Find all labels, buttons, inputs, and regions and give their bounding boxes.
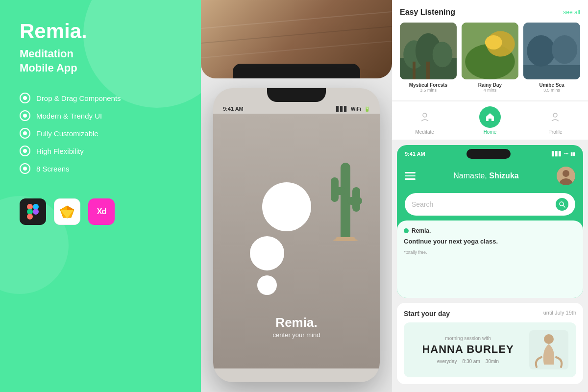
- list-item: 8 Screens: [20, 163, 181, 174]
- music-grid: Mystical Forests 3.5 mins Rainy Day 4 mi…: [400, 23, 580, 93]
- session-instructor: HANNA BURLEY: [412, 343, 524, 356]
- brand-subtitle: Meditation Mobile App: [20, 47, 181, 75]
- list-item: Drop & Drag Components: [20, 93, 181, 103]
- list-item: High Flexibility: [20, 146, 181, 156]
- session-with: morning session with: [412, 336, 524, 341]
- continue-text: Continue your next yoga class.: [404, 237, 567, 246]
- phone-brand-text: Remia. center your mind: [273, 315, 320, 339]
- svg-point-26: [485, 35, 502, 49]
- track-duration: 3.5 mins: [400, 88, 457, 93]
- circle-decoration-large: [262, 182, 311, 231]
- easy-listening-title: Easy Listening: [400, 8, 455, 17]
- sketch-icon: [54, 198, 80, 225]
- app-notch: [466, 149, 511, 159]
- bullet-icon: [20, 163, 30, 174]
- free-label: *totally free.: [404, 250, 567, 255]
- meditate-icon: [414, 106, 436, 128]
- feature-list: Drop & Drag Components Modern & Trendy U…: [20, 93, 181, 174]
- profile-svg: [550, 112, 561, 122]
- nav-item-home[interactable]: Home: [479, 106, 501, 135]
- app-screen-card: 9:41 AM ▋▋▋ 〜 ▮▮ Namaste, Shizuka: [397, 145, 583, 298]
- list-item: Modern & Trendy UI: [20, 110, 181, 121]
- greeting-text: Namaste, Shizuka: [453, 172, 518, 180]
- xd-icon: Xd: [88, 198, 115, 225]
- search-icon[interactable]: [556, 198, 568, 211]
- sea-image: [523, 23, 580, 79]
- search-placeholder: Search: [412, 200, 552, 208]
- svg-point-32: [553, 113, 557, 117]
- track-name: Mystical Forests: [400, 82, 457, 88]
- music-item[interactable]: Rainy Day 4 mins: [462, 23, 518, 93]
- phone-mockup: 9:41 AM ▋▋▋ WiFi 🔋: [213, 88, 380, 382]
- nav-label-meditate: Meditate: [415, 129, 434, 135]
- start-day-header: Start your day until July 19th: [404, 310, 576, 318]
- see-all-link[interactable]: see all: [563, 9, 580, 16]
- svg-rect-30: [523, 65, 580, 79]
- until-date: until July 19th: [543, 310, 576, 318]
- yoga-cards: Hatha Yoga Tuesday, 18th Remia. Aerial Y…: [572, 227, 576, 291]
- status-bar: 9:41 AM ▋▋▋ 〜 ▮▮: [405, 149, 575, 159]
- svg-point-4: [33, 209, 39, 215]
- session-card[interactable]: morning session with HANNA BURLEY everyd…: [404, 322, 576, 377]
- app-content-area: Remia. Continue your next yoga class. *t…: [397, 220, 583, 298]
- circle-decoration-medium: [250, 236, 284, 270]
- middle-panel: 9:41 AM ▋▋▋ WiFi 🔋: [201, 0, 392, 392]
- svg-point-43: [544, 334, 554, 344]
- svg-rect-3: [27, 214, 33, 220]
- cactus-decoration: [326, 143, 365, 241]
- music-item[interactable]: Mystical Forests 3.5 mins: [400, 23, 457, 93]
- forest-image: [400, 23, 457, 79]
- user-avatar[interactable]: [557, 167, 575, 185]
- svg-rect-13: [352, 187, 360, 212]
- svg-line-37: [563, 205, 565, 207]
- meditate-svg: [419, 112, 430, 122]
- bullet-icon: [20, 128, 30, 139]
- start-day-title: Start your day: [404, 310, 450, 318]
- track-name: Rainy Day: [462, 82, 518, 88]
- svg-point-29: [552, 35, 577, 64]
- track-thumbnail: [462, 23, 518, 79]
- remia-label: Remia.: [412, 227, 431, 234]
- nav-item-meditate[interactable]: Meditate: [414, 106, 436, 135]
- circle-decoration-small: [257, 275, 277, 295]
- svg-point-28: [527, 35, 555, 67]
- music-item[interactable]: Umibe Sea 3.5 mins: [523, 23, 580, 93]
- phone-status-bar: 9:41 AM ▋▋▋ WiFi 🔋: [213, 102, 380, 114]
- track-duration: 3.5 mins: [523, 88, 580, 93]
- svg-rect-11: [331, 177, 339, 202]
- track-duration: 4 mins: [462, 88, 518, 93]
- dot-icon: [404, 228, 409, 233]
- track-thumbnail: [523, 23, 580, 79]
- nav-label-home: Home: [484, 129, 497, 135]
- hamburger-menu[interactable]: [405, 172, 416, 180]
- bullet-icon: [20, 93, 30, 103]
- svg-point-34: [563, 170, 569, 177]
- svg-rect-22: [426, 62, 430, 79]
- home-icon: [485, 112, 495, 122]
- card-header: Easy Listening see all: [400, 8, 580, 17]
- rainy-image: [462, 23, 518, 79]
- right-panel: Easy Listening see all Mystical Forest: [392, 0, 588, 392]
- search-bar[interactable]: Search: [405, 193, 575, 216]
- easy-listening-card: Easy Listening see all Mystical Forest: [392, 0, 588, 101]
- figma-icon: [20, 198, 46, 225]
- bullet-icon: [20, 146, 30, 156]
- remia-dot: Remia.: [404, 227, 567, 234]
- svg-point-31: [423, 113, 427, 117]
- nav-label-profile: Profile: [548, 129, 562, 135]
- svg-point-20: [433, 42, 453, 67]
- nav-item-profile[interactable]: Profile: [544, 106, 566, 135]
- app-header: Namaste, Shizuka: [397, 162, 583, 190]
- home-icon-bg: [479, 106, 501, 128]
- session-image: [529, 330, 568, 369]
- top-phone-image: [201, 0, 392, 78]
- start-day-section: Start your day until July 19th morning s…: [397, 303, 583, 384]
- left-panel: Remia. Meditation Mobile App Drop & Drag…: [0, 0, 201, 392]
- app-status-area: 9:41 AM ▋▋▋ 〜 ▮▮: [397, 145, 583, 159]
- bullet-icon: [20, 110, 30, 121]
- bottom-navigation: Meditate Home Profile: [392, 101, 588, 140]
- continue-info: Remia. Continue your next yoga class. *t…: [404, 227, 567, 255]
- session-details: everyday 8:30 am 30min: [412, 359, 524, 364]
- track-thumbnail: [400, 23, 457, 79]
- continue-section: Remia. Continue your next yoga class. *t…: [404, 227, 576, 291]
